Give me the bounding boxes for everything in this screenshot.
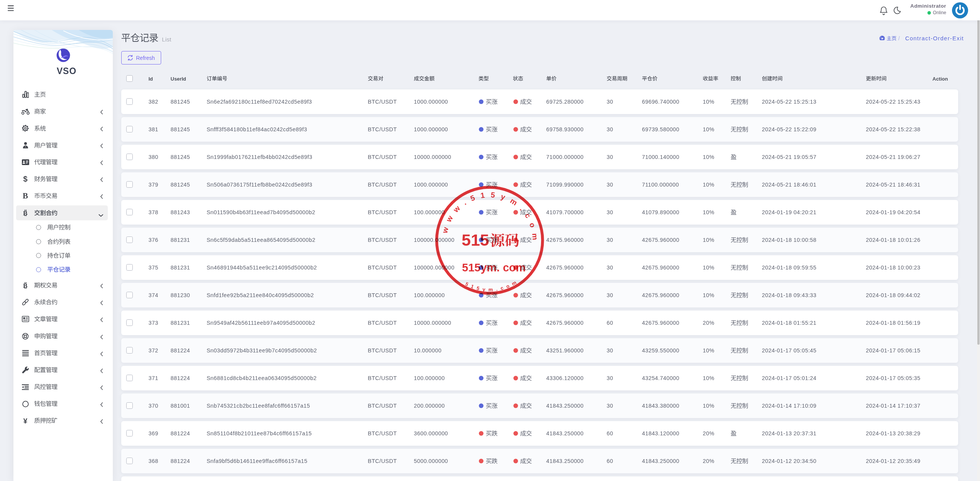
svg-text:B: B [23,282,28,289]
svg-text:w w w . 5 1 5 y m . c o m: w w w . 5 1 5 y m . c o m [440,190,539,242]
svg-text:515: 515 [462,231,489,249]
svg-text:515ym. com: 515ym. com [462,261,526,274]
svg-text:B: B [23,209,28,217]
